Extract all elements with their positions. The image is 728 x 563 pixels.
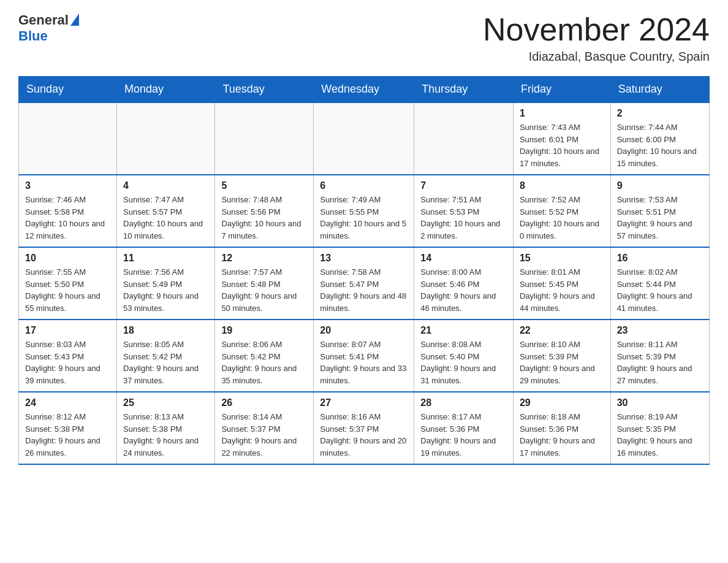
- day-number: 11: [123, 253, 208, 264]
- day-number: 22: [520, 325, 604, 336]
- day-info: Sunrise: 7:46 AMSunset: 5:58 PMDaylight:…: [25, 194, 110, 242]
- day-number: 26: [221, 397, 307, 408]
- day-info: Sunrise: 7:57 AMSunset: 5:48 PMDaylight:…: [221, 266, 307, 314]
- day-info: Sunrise: 7:44 AMSunset: 6:00 PMDaylight:…: [617, 121, 703, 169]
- day-info: Sunrise: 7:48 AMSunset: 5:56 PMDaylight:…: [221, 194, 307, 242]
- day-number: 30: [617, 397, 703, 408]
- calendar-cell: 20Sunrise: 8:07 AMSunset: 5:41 PMDayligh…: [314, 320, 414, 392]
- day-info: Sunrise: 8:19 AMSunset: 5:35 PMDaylight:…: [617, 411, 703, 459]
- calendar-cell: [314, 102, 414, 175]
- day-number: 23: [617, 325, 703, 336]
- day-info: Sunrise: 8:00 AMSunset: 5:46 PMDaylight:…: [420, 266, 507, 314]
- calendar-cell: 6Sunrise: 7:49 AMSunset: 5:55 PMDaylight…: [314, 175, 414, 247]
- day-info: Sunrise: 7:52 AMSunset: 5:52 PMDaylight:…: [520, 194, 604, 242]
- day-info: Sunrise: 7:47 AMSunset: 5:57 PMDaylight:…: [123, 194, 208, 242]
- day-number: 29: [520, 397, 604, 408]
- day-info: Sunrise: 8:01 AMSunset: 5:45 PMDaylight:…: [520, 266, 604, 314]
- day-info: Sunrise: 7:53 AMSunset: 5:51 PMDaylight:…: [617, 194, 703, 242]
- day-info: Sunrise: 8:12 AMSunset: 5:38 PMDaylight:…: [25, 411, 110, 459]
- calendar-cell: 24Sunrise: 8:12 AMSunset: 5:38 PMDayligh…: [19, 392, 117, 464]
- calendar-cell: 4Sunrise: 7:47 AMSunset: 5:57 PMDaylight…: [117, 175, 215, 247]
- day-number: 20: [320, 325, 408, 336]
- day-info: Sunrise: 8:16 AMSunset: 5:37 PMDaylight:…: [320, 411, 408, 459]
- day-number: 6: [320, 180, 408, 191]
- logo-blue-text: Blue: [18, 28, 48, 44]
- calendar-table: SundayMondayTuesdayWednesdayThursdayFrid…: [18, 76, 710, 465]
- calendar-cell: 8Sunrise: 7:52 AMSunset: 5:52 PMDaylight…: [513, 175, 610, 247]
- day-number: 13: [320, 253, 408, 264]
- day-number: 28: [420, 397, 507, 408]
- header: General Blue November 2024 Idiazabal, Ba…: [18, 12, 710, 64]
- calendar-header-sunday: Sunday: [19, 77, 117, 103]
- page-title: November 2024: [483, 12, 710, 47]
- day-info: Sunrise: 7:55 AMSunset: 5:50 PMDaylight:…: [25, 266, 110, 314]
- calendar-cell: 14Sunrise: 8:00 AMSunset: 5:46 PMDayligh…: [414, 247, 514, 320]
- day-info: Sunrise: 8:06 AMSunset: 5:42 PMDaylight:…: [221, 339, 307, 386]
- calendar-cell: 16Sunrise: 8:02 AMSunset: 5:44 PMDayligh…: [610, 247, 709, 320]
- calendar-header-tuesday: Tuesday: [215, 77, 314, 103]
- calendar-cell: 13Sunrise: 7:58 AMSunset: 5:47 PMDayligh…: [314, 247, 414, 320]
- day-number: 14: [420, 253, 507, 264]
- day-info: Sunrise: 8:05 AMSunset: 5:42 PMDaylight:…: [123, 339, 208, 386]
- calendar-cell: 9Sunrise: 7:53 AMSunset: 5:51 PMDaylight…: [610, 175, 709, 247]
- day-number: 24: [25, 397, 110, 408]
- calendar-cell: 18Sunrise: 8:05 AMSunset: 5:42 PMDayligh…: [117, 320, 215, 392]
- day-number: 18: [123, 325, 208, 336]
- calendar-cell: 22Sunrise: 8:10 AMSunset: 5:39 PMDayligh…: [513, 320, 610, 392]
- calendar-cell: 15Sunrise: 8:01 AMSunset: 5:45 PMDayligh…: [513, 247, 610, 320]
- calendar-cell: [19, 102, 117, 175]
- calendar-cell: [414, 102, 514, 175]
- calendar-cell: 1Sunrise: 7:43 AMSunset: 6:01 PMDaylight…: [513, 102, 610, 175]
- day-info: Sunrise: 7:49 AMSunset: 5:55 PMDaylight:…: [320, 194, 408, 242]
- calendar-week-row: 24Sunrise: 8:12 AMSunset: 5:38 PMDayligh…: [19, 392, 710, 464]
- day-number: 4: [123, 180, 208, 191]
- day-number: 1: [520, 108, 604, 119]
- calendar-cell: 19Sunrise: 8:06 AMSunset: 5:42 PMDayligh…: [215, 320, 314, 392]
- calendar-cell: 5Sunrise: 7:48 AMSunset: 5:56 PMDaylight…: [215, 175, 314, 247]
- day-number: 9: [617, 180, 703, 191]
- day-info: Sunrise: 8:07 AMSunset: 5:41 PMDaylight:…: [320, 339, 408, 386]
- calendar-cell: 25Sunrise: 8:13 AMSunset: 5:38 PMDayligh…: [117, 392, 215, 464]
- calendar-week-row: 10Sunrise: 7:55 AMSunset: 5:50 PMDayligh…: [19, 247, 710, 320]
- day-number: 10: [25, 253, 110, 264]
- calendar-header-row: SundayMondayTuesdayWednesdayThursdayFrid…: [19, 77, 710, 103]
- calendar-cell: 12Sunrise: 7:57 AMSunset: 5:48 PMDayligh…: [215, 247, 314, 320]
- calendar-cell: 23Sunrise: 8:11 AMSunset: 5:39 PMDayligh…: [610, 320, 709, 392]
- day-number: 8: [520, 180, 604, 191]
- calendar-cell: [117, 102, 215, 175]
- calendar-header-monday: Monday: [117, 77, 215, 103]
- calendar-cell: [215, 102, 314, 175]
- calendar-cell: 11Sunrise: 7:56 AMSunset: 5:49 PMDayligh…: [117, 247, 215, 320]
- calendar-cell: 7Sunrise: 7:51 AMSunset: 5:53 PMDaylight…: [414, 175, 514, 247]
- calendar-cell: 17Sunrise: 8:03 AMSunset: 5:43 PMDayligh…: [19, 320, 117, 392]
- day-number: 21: [420, 325, 507, 336]
- day-info: Sunrise: 8:18 AMSunset: 5:36 PMDaylight:…: [520, 411, 604, 459]
- calendar-cell: 21Sunrise: 8:08 AMSunset: 5:40 PMDayligh…: [414, 320, 514, 392]
- calendar-cell: 27Sunrise: 8:16 AMSunset: 5:37 PMDayligh…: [314, 392, 414, 464]
- calendar-week-row: 1Sunrise: 7:43 AMSunset: 6:01 PMDaylight…: [19, 102, 710, 175]
- calendar-header-thursday: Thursday: [414, 77, 514, 103]
- day-info: Sunrise: 8:13 AMSunset: 5:38 PMDaylight:…: [123, 411, 208, 459]
- day-number: 27: [320, 397, 408, 408]
- logo-general-text: General: [18, 12, 69, 28]
- day-info: Sunrise: 8:14 AMSunset: 5:37 PMDaylight:…: [221, 411, 307, 459]
- calendar-week-row: 3Sunrise: 7:46 AMSunset: 5:58 PMDaylight…: [19, 175, 710, 247]
- day-number: 2: [617, 108, 703, 119]
- calendar-header-saturday: Saturday: [610, 77, 709, 103]
- day-number: 5: [221, 180, 307, 191]
- day-number: 15: [520, 253, 604, 264]
- calendar-week-row: 17Sunrise: 8:03 AMSunset: 5:43 PMDayligh…: [19, 320, 710, 392]
- calendar-cell: 28Sunrise: 8:17 AMSunset: 5:36 PMDayligh…: [414, 392, 514, 464]
- calendar-cell: 2Sunrise: 7:44 AMSunset: 6:00 PMDaylight…: [610, 102, 709, 175]
- day-info: Sunrise: 7:51 AMSunset: 5:53 PMDaylight:…: [420, 194, 507, 242]
- day-info: Sunrise: 7:58 AMSunset: 5:47 PMDaylight:…: [320, 266, 408, 314]
- title-area: November 2024 Idiazabal, Basque Country,…: [483, 12, 710, 64]
- day-info: Sunrise: 8:03 AMSunset: 5:43 PMDaylight:…: [25, 339, 110, 386]
- day-info: Sunrise: 8:02 AMSunset: 5:44 PMDaylight:…: [617, 266, 703, 314]
- calendar-cell: 26Sunrise: 8:14 AMSunset: 5:37 PMDayligh…: [215, 392, 314, 464]
- day-number: 19: [221, 325, 307, 336]
- subtitle: Idiazabal, Basque Country, Spain: [483, 50, 710, 64]
- day-number: 7: [420, 180, 507, 191]
- day-info: Sunrise: 7:56 AMSunset: 5:49 PMDaylight:…: [123, 266, 208, 314]
- day-number: 12: [221, 253, 307, 264]
